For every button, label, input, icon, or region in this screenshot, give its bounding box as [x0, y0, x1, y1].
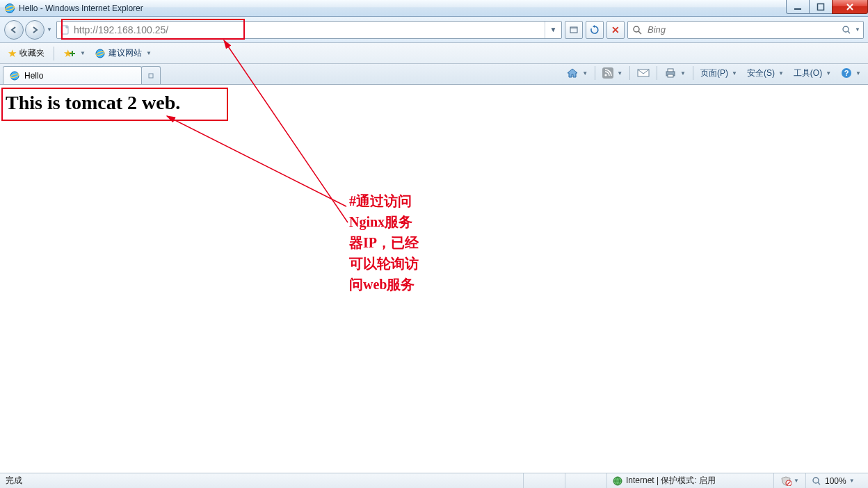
annotation-line: Nginx服务 [349, 211, 440, 232]
zoom-label: 100% [825, 476, 846, 486]
tab-page-icon [9, 70, 20, 81]
dropdown-icon: ▼ [680, 70, 686, 76]
search-go-icon[interactable] [839, 25, 853, 35]
mail-icon [637, 68, 650, 78]
stop-button[interactable]: ✕ [606, 21, 625, 39]
tab-hello[interactable]: Hello [3, 66, 142, 84]
ie-window: Hello - Windows Internet Explorer ▼ ▼ [0, 0, 868, 488]
status-spacer [523, 473, 565, 488]
svg-rect-6 [570, 27, 577, 29]
window-controls [787, 0, 868, 15]
page-menu-label: 页面(P) [700, 67, 728, 79]
compat-view-button[interactable] [565, 21, 583, 39]
status-bar: 完成 Internet | 保护模式: 启用 ▼ 100% ▼ [0, 473, 868, 488]
favorites-bar: ★ 收藏夹 ★ ▼ 建议网站 ▼ [0, 43, 868, 64]
star-add-icon: ★ [63, 48, 76, 59]
annotation-line: 问web服务 [349, 274, 440, 295]
separator [54, 47, 54, 60]
svg-point-7 [634, 26, 639, 32]
dropdown-icon: ▼ [617, 70, 622, 76]
nav-history-dropdown[interactable]: ▼ [45, 21, 54, 39]
page-heading: This is tomcat 2 web. [6, 92, 180, 114]
separator [693, 66, 693, 80]
new-tab-button[interactable] [141, 66, 161, 84]
favorites-button[interactable]: ★ 收藏夹 [4, 45, 48, 62]
address-bar: ▼ [56, 21, 562, 39]
status-spacer [565, 473, 606, 488]
read-mail-button[interactable] [633, 65, 654, 81]
home-button[interactable]: ▼ [562, 65, 592, 81]
window-title: Hello - Windows Internet Explorer [19, 3, 143, 13]
feeds-button[interactable]: ▼ [598, 65, 627, 81]
svg-rect-23 [668, 69, 673, 72]
dropdown-icon: ▼ [849, 478, 855, 484]
tools-menu-label: 工具(O) [794, 67, 822, 79]
forward-button[interactable] [25, 20, 45, 40]
safety-menu[interactable]: 安全(S) ▼ [743, 65, 788, 81]
dropdown-icon: ▼ [778, 70, 784, 76]
annotation-line: #通过访问 [349, 190, 440, 211]
back-button[interactable] [4, 20, 24, 40]
svg-rect-24 [668, 74, 673, 77]
command-bar: ▼ ▼ ▼ 页面(P) ▼ 安全(S) ▼ [562, 64, 865, 84]
maximize-button[interactable] [809, 0, 833, 14]
annotation-line: 可以轮询访 [349, 253, 440, 274]
dropdown-icon: ▼ [826, 70, 831, 76]
printer-icon [664, 67, 677, 79]
suggested-sites-link[interactable]: 建议网站 ▼ [95, 47, 152, 59]
search-dropdown[interactable]: ▼ [855, 26, 860, 33]
help-button[interactable]: ? ▼ [837, 65, 865, 81]
svg-point-20 [605, 74, 607, 76]
tab-bar: Hello ▼ ▼ ▼ 页 [0, 64, 868, 85]
title-bar: Hello - Windows Internet Explorer [0, 0, 868, 17]
globe-icon [613, 476, 622, 486]
star-icon: ★ [8, 47, 17, 60]
svg-rect-2 [794, 8, 801, 10]
protected-mode-icon-cell[interactable]: ▼ [773, 473, 805, 488]
security-zone[interactable]: Internet | 保护模式: 启用 [606, 473, 773, 488]
separator [657, 66, 657, 80]
dropdown-icon: ▼ [146, 50, 152, 56]
tools-menu[interactable]: 工具(O) ▼ [789, 65, 835, 81]
nav-arrows: ▼ [4, 20, 54, 40]
search-input[interactable] [646, 24, 839, 35]
url-input[interactable] [72, 22, 545, 38]
navigation-bar: ▼ ▼ ✕ ▼ [0, 17, 868, 43]
page-icon [57, 24, 72, 35]
dropdown-icon: ▼ [855, 70, 861, 76]
search-box: ▼ [627, 21, 864, 39]
svg-rect-18 [149, 74, 153, 78]
refresh-button[interactable] [586, 21, 604, 39]
svg-line-8 [638, 31, 641, 34]
status-text: 完成 [0, 473, 523, 488]
zoom-control[interactable]: 100% ▼ [805, 473, 868, 488]
shield-off-icon [780, 476, 791, 486]
dropdown-icon: ▼ [794, 478, 799, 484]
dropdown-icon: ▼ [732, 70, 737, 76]
svg-rect-3 [818, 3, 824, 10]
page-menu[interactable]: 页面(P) ▼ [696, 65, 741, 81]
help-icon: ? [841, 67, 852, 79]
search-provider-icon [631, 24, 643, 36]
annotation-line: 器IP，已经 [349, 232, 440, 253]
add-favorite-button[interactable]: ★ ▼ [60, 45, 89, 62]
favorites-label: 收藏夹 [19, 47, 45, 59]
print-button[interactable]: ▼ [660, 65, 690, 81]
separator [595, 66, 595, 80]
separator [629, 66, 630, 80]
rss-icon [602, 67, 613, 79]
ie-logo-icon [4, 3, 15, 14]
safety-menu-label: 安全(S) [747, 67, 775, 79]
svg-point-9 [843, 26, 849, 32]
security-zone-label: Internet | 保护模式: 启用 [626, 475, 716, 487]
svg-line-10 [848, 31, 850, 33]
close-button[interactable] [832, 0, 868, 14]
suggested-sites-label: 建议网站 [108, 47, 142, 59]
add-fav-dropdown-icon: ▼ [80, 50, 86, 56]
page-content: This is tomcat 2 web. #通过访问 Nginx服务 器IP，… [0, 85, 868, 473]
dropdown-icon: ▼ [582, 70, 588, 76]
ie-small-icon [95, 48, 106, 59]
svg-line-27 [167, 116, 346, 206]
minimize-button[interactable] [786, 0, 810, 14]
address-dropdown[interactable]: ▼ [545, 22, 561, 38]
